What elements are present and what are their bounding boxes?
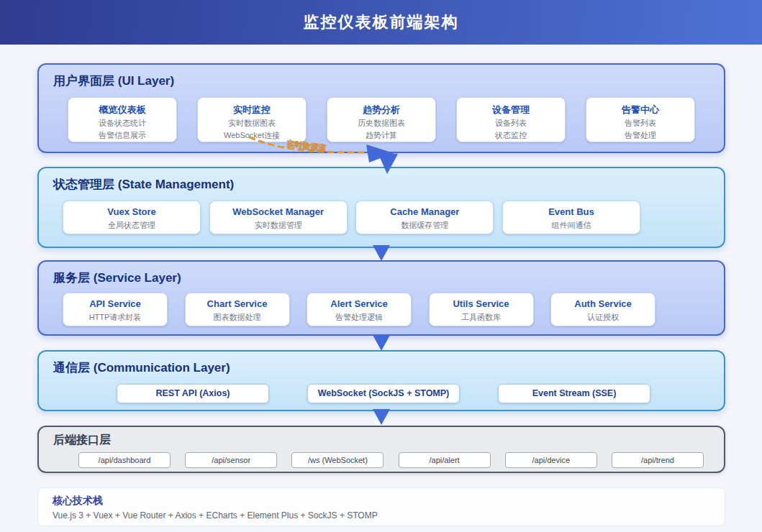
card-title: WebSocket Manager <box>210 206 347 217</box>
layer-communication: 通信层 (Communication Layer) REST API (Axio… <box>37 350 725 411</box>
card-title: 告警中心 <box>586 104 694 116</box>
arrow-comm-to-backend-icon <box>373 409 390 425</box>
diagram-card: Utils Service工具函数库 <box>429 293 534 326</box>
card-subtitle: 设备状态统计 <box>68 118 176 129</box>
layer-state-cards: Vuex Store全局状态管理WebSocket Manager实时数据管理C… <box>63 201 640 234</box>
diagram-card: 概览仪表板设备状态统计告警信息展示 <box>68 97 177 142</box>
layer-communication-title: 通信层 (Communication Layer) <box>53 359 724 376</box>
diagram-card: 趋势分析历史数据图表趋势计算 <box>327 97 436 142</box>
card-title: Event Bus <box>503 206 640 217</box>
page-title: 监控仪表板前端架构 <box>304 12 459 33</box>
card-subtitle: 实时数据图表 <box>198 118 306 129</box>
card-subtitle: 告警处理 <box>586 130 694 141</box>
card-subtitle: 认证授权 <box>551 312 655 323</box>
page-header: 监控仪表板前端架构 <box>0 0 762 45</box>
tech-stack-content: Vue.js 3 + Vuex + Vue Router + Axios + E… <box>53 510 710 520</box>
card-title: 概览仪表板 <box>68 104 176 116</box>
diagram-card: Event Stream (SSE) <box>498 384 650 403</box>
layer-ui-title: 用户界面层 (UI Layer) <box>53 73 724 89</box>
diagram-card: /api/alert <box>399 452 491 468</box>
layer-state-title: 状态管理层 (State Management) <box>53 176 724 193</box>
layer-service: 服务层 (Service Layer) API ServiceHTTP请求封装C… <box>37 260 725 336</box>
card-title: Chart Service <box>186 298 289 309</box>
card-title: /api/sensor <box>186 453 276 467</box>
diagram-card: REST API (Axios) <box>117 384 269 403</box>
card-title: /api/dashboard <box>79 453 170 467</box>
diagram-card: Chart Service图表数据处理 <box>185 293 290 326</box>
diagram-card: /api/trend <box>612 452 704 468</box>
card-title: Alert Service <box>307 298 411 309</box>
card-subtitle: 数据缓存管理 <box>356 220 493 231</box>
card-subtitle: 设备列表 <box>457 118 565 129</box>
diagram-card: Event Bus组件间通信 <box>502 201 640 234</box>
card-title: Utils Service <box>430 298 533 309</box>
layer-state-management: 状态管理层 (State Management) Vuex Store全局状态管… <box>37 167 725 248</box>
card-title: Auth Service <box>551 298 655 309</box>
diagram-card: API ServiceHTTP请求封装 <box>63 293 168 326</box>
card-subtitle: 告警信息展示 <box>68 130 176 141</box>
layer-service-cards: API ServiceHTTP请求封装Chart Service图表数据处理Al… <box>63 293 656 326</box>
diagram-card: /api/dashboard <box>78 452 171 468</box>
monitoring-architecture-diagram: 监控仪表板前端架构 用户界面层 (UI Layer) 概览仪表板设备状态统计告警… <box>0 0 762 532</box>
layer-backend-api: 后端接口层 /api/dashboard/api/sensor/ws (WebS… <box>37 426 725 473</box>
card-title: WebSocket (SockJS + STOMP) <box>308 385 459 403</box>
layer-ui-cards: 概览仪表板设备状态统计告警信息展示实时监控实时数据图表WebSocket连接趋势… <box>68 97 695 142</box>
diagram-card: 设备管理设备列表状态监控 <box>456 97 566 142</box>
card-title: 实时监控 <box>198 104 306 116</box>
card-subtitle: 组件间通信 <box>503 220 640 231</box>
card-title: Vuex Store <box>63 206 200 217</box>
layer-backend-cards: /api/dashboard/api/sensor/ws (WebSocket)… <box>78 452 704 468</box>
diagram-card: WebSocket (SockJS + STOMP) <box>307 384 460 403</box>
card-title: 设备管理 <box>457 104 565 116</box>
diagram-card: Cache Manager数据缓存管理 <box>355 201 494 234</box>
arrow-service-to-comm-icon <box>373 335 390 351</box>
card-title: 趋势分析 <box>327 104 435 116</box>
diagram-card: Vuex Store全局状态管理 <box>63 201 201 234</box>
tech-stack-panel: 核心技术栈 Vue.js 3 + Vuex + Vue Router + Axi… <box>37 487 725 526</box>
card-subtitle: 告警处理逻辑 <box>307 312 411 323</box>
tech-stack-title: 核心技术栈 <box>53 495 710 508</box>
diagram-card: /ws (WebSocket) <box>291 452 384 468</box>
diagram-card: 实时监控实时数据图表WebSocket连接 <box>197 97 307 142</box>
card-title: REST API (Axios) <box>117 385 268 403</box>
diagram-card: Alert Service告警处理逻辑 <box>307 293 412 326</box>
layer-backend-title: 后端接口层 <box>53 433 724 448</box>
diagram-card: 告警中心告警列表告警处理 <box>586 97 695 142</box>
card-subtitle: 实时数据管理 <box>210 220 347 231</box>
card-subtitle: 图表数据处理 <box>186 312 289 323</box>
card-title: /api/device <box>506 453 597 467</box>
card-subtitle: 工具函数库 <box>430 312 533 323</box>
layer-service-title: 服务层 (Service Layer) <box>53 270 724 286</box>
card-title: /api/alert <box>399 453 490 467</box>
card-title: Cache Manager <box>356 206 493 217</box>
card-subtitle: 历史数据图表 <box>327 118 435 129</box>
card-subtitle: 全局状态管理 <box>63 220 200 231</box>
card-subtitle: 状态监控 <box>457 130 565 141</box>
card-title: API Service <box>63 298 167 309</box>
layer-ui: 用户界面层 (UI Layer) 概览仪表板设备状态统计告警信息展示实时监控实时… <box>37 63 725 153</box>
card-title: Event Stream (SSE) <box>499 385 650 403</box>
diagram-card: WebSocket Manager实时数据管理 <box>209 201 348 234</box>
diagram-card: /api/sensor <box>185 452 277 468</box>
diagram-card: /api/device <box>505 452 597 468</box>
card-subtitle: 告警列表 <box>586 118 694 129</box>
diagram-card: Auth Service认证授权 <box>550 293 656 326</box>
layer-communication-cards: REST API (Axios)WebSocket (SockJS + STOM… <box>117 384 650 403</box>
card-subtitle: HTTP请求封装 <box>63 312 167 323</box>
card-title: /api/trend <box>612 453 703 467</box>
card-subtitle: 趋势计算 <box>327 130 435 141</box>
card-title: /ws (WebSocket) <box>292 453 383 467</box>
